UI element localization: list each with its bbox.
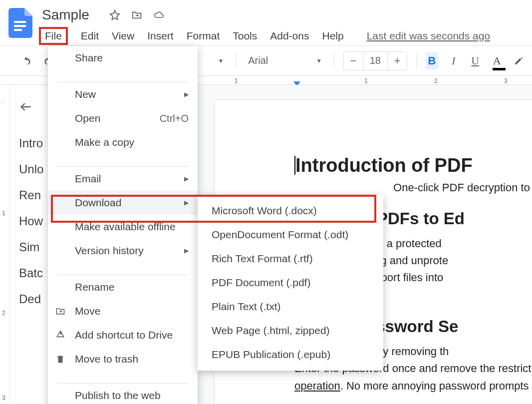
font-family-value: Arial xyxy=(248,55,268,66)
menu-label: Publish to the web xyxy=(75,390,161,402)
menu-label: Email xyxy=(75,173,101,185)
toolbar-divider xyxy=(416,53,417,69)
bold-button[interactable]: B xyxy=(426,52,438,69)
ruler-tick: 3 xyxy=(504,77,508,84)
font-size-input[interactable]: 18 xyxy=(363,52,388,70)
doc-subtitle[interactable]: One-click PDF decryption to xyxy=(294,181,532,194)
caret-down-icon: ▼ xyxy=(316,57,322,64)
submenu-item-html[interactable]: Web Page (.html, zipped) xyxy=(198,319,383,343)
submenu-item-epub[interactable]: EPUB Publication (.epub) xyxy=(198,343,383,367)
edit-status[interactable]: Last edit was seconds ago xyxy=(367,30,491,42)
svg-rect-0 xyxy=(14,21,26,23)
highlight-color-button[interactable] xyxy=(513,52,525,69)
menu-item-share[interactable]: Share xyxy=(48,46,198,70)
chevron-right-icon: ▶ xyxy=(184,91,189,98)
undo-button[interactable] xyxy=(20,52,33,70)
caret-down-icon: ▼ xyxy=(218,57,224,64)
menu-label: Open xyxy=(75,112,100,124)
move-folder-icon[interactable] xyxy=(131,9,142,20)
menu-item-open[interactable]: Open Ctrl+O xyxy=(48,106,198,130)
menu-item-email[interactable]: Email ▶ xyxy=(48,167,198,191)
docs-logo-icon[interactable] xyxy=(8,8,33,38)
doc-heading-1[interactable]: Introduction of PDF xyxy=(294,155,532,176)
menu-label: Rich Text Format (.rtf) xyxy=(212,253,313,265)
menu-label: Microsoft Word (.docx) xyxy=(212,205,317,217)
menu-item-publish-to-web[interactable]: Publish to the web xyxy=(48,384,198,404)
menu-label: Share xyxy=(75,52,103,64)
menu-tools[interactable]: Tools xyxy=(233,30,257,42)
underline-button[interactable]: U xyxy=(469,52,482,69)
menu-label: Version history xyxy=(75,245,144,257)
menu-label: Add shortcut to Drive xyxy=(75,329,173,341)
folder-move-icon xyxy=(55,306,66,317)
app-header: Sample File Edit View Insert Format Tool… xyxy=(0,0,532,46)
menu-item-download[interactable]: Download ▶ xyxy=(48,191,198,215)
menu-item-move[interactable]: Move xyxy=(48,299,198,323)
ruler-tick: 1 xyxy=(364,77,368,84)
menu-item-make-copy[interactable]: Make a copy xyxy=(48,130,198,154)
menu-label: Make available offline xyxy=(75,221,176,233)
menu-item-move-to-trash[interactable]: Move to trash xyxy=(48,347,198,371)
menu-item-make-available-offline[interactable]: Make available offline xyxy=(48,215,198,239)
menu-view[interactable]: View xyxy=(112,30,134,42)
menu-label: Plain Text (.txt) xyxy=(212,301,281,313)
star-icon[interactable] xyxy=(109,9,120,20)
chevron-right-icon: ▶ xyxy=(184,247,189,254)
menu-edit[interactable]: Edit xyxy=(81,30,99,42)
font-family-select[interactable]: Arial ▼ xyxy=(245,55,325,66)
submenu-item-docx[interactable]: Microsoft Word (.docx) xyxy=(198,199,383,223)
menu-insert[interactable]: Insert xyxy=(147,30,174,42)
menu-item-new[interactable]: New ▶ xyxy=(48,82,198,106)
menu-item-version-history[interactable]: Version history ▶ xyxy=(48,239,198,263)
menu-file[interactable]: File xyxy=(39,27,68,45)
increase-font-size-button[interactable]: + xyxy=(388,54,407,67)
vertical-ruler[interactable]: · 1 2 3 xyxy=(0,85,10,404)
download-submenu: Microsoft Word (.docx) OpenDocument Form… xyxy=(198,195,383,371)
menu-label: Move xyxy=(75,305,100,317)
menu-item-add-shortcut[interactable]: Add shortcut to Drive xyxy=(48,323,198,347)
text-color-button[interactable]: A xyxy=(491,52,503,69)
menu-addons[interactable]: Add-ons xyxy=(270,30,309,42)
submenu-item-rtf[interactable]: Rich Text Format (.rtf) xyxy=(198,247,383,271)
submenu-item-odt[interactable]: OpenDocument Format (.odt) xyxy=(198,223,383,247)
menu-format[interactable]: Format xyxy=(187,30,220,42)
menu-label: Move to trash xyxy=(75,353,138,365)
menu-help[interactable]: Help xyxy=(322,30,343,42)
ruler-tick: 2 xyxy=(434,77,438,84)
ruler-tick: 1 xyxy=(235,77,238,84)
file-menu-dropdown: Share New ▶ Open Ctrl+O Make a copy Emai… xyxy=(48,46,198,404)
toolbar-divider xyxy=(236,53,236,69)
drive-shortcut-icon xyxy=(55,330,66,341)
chevron-right-icon: ▶ xyxy=(184,175,189,182)
submenu-item-txt[interactable]: Plain Text (.txt) xyxy=(198,295,383,319)
menu-label: Web Page (.html, zipped) xyxy=(212,325,330,337)
menu-label: PDF Document (.pdf) xyxy=(212,277,310,289)
menu-shortcut: Ctrl+O xyxy=(160,113,189,124)
menubar: File Edit View Insert Format Tools Add-o… xyxy=(39,27,524,45)
menu-label: OpenDocument Format (.odt) xyxy=(212,229,348,241)
menu-label: Rename xyxy=(75,281,114,293)
menu-label: New xyxy=(75,88,96,100)
submenu-item-pdf[interactable]: PDF Document (.pdf) xyxy=(198,271,383,295)
menu-item-rename[interactable]: Rename xyxy=(48,275,198,299)
svg-rect-2 xyxy=(14,29,22,31)
decrease-font-size-button[interactable]: − xyxy=(344,54,363,67)
toolbar-divider xyxy=(334,53,334,69)
chevron-right-icon: ▶ xyxy=(184,199,189,206)
cloud-status-icon[interactable] xyxy=(153,9,164,20)
document-title[interactable]: Sample xyxy=(39,7,92,23)
italic-button[interactable]: I xyxy=(447,52,460,69)
menu-label: Make a copy xyxy=(75,136,134,148)
doc-link[interactable]: operation xyxy=(294,380,340,392)
trash-icon xyxy=(55,354,66,365)
svg-rect-1 xyxy=(14,25,26,27)
menu-label: Download xyxy=(75,197,121,209)
menu-label: EPUB Publication (.epub) xyxy=(212,349,330,361)
font-size-group: − 18 + xyxy=(343,51,407,70)
